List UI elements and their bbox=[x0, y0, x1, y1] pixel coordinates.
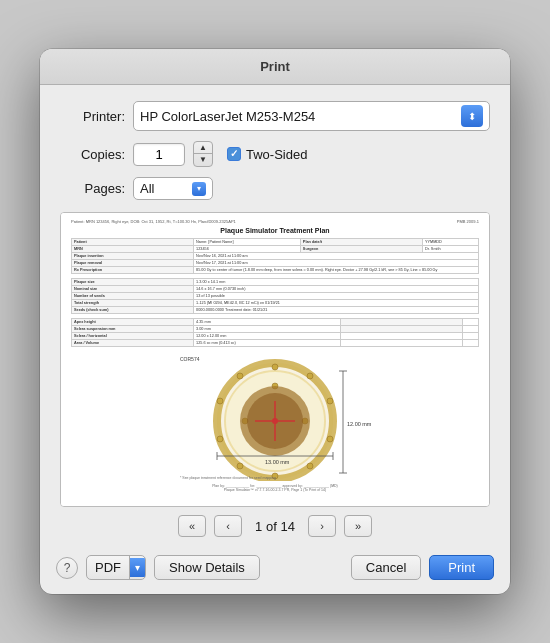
copies-input[interactable] bbox=[133, 143, 185, 166]
doc-page-right: PMB 2009-1 bbox=[457, 219, 479, 224]
table-value: 125.6 cc mm (0.413 cc) bbox=[194, 340, 340, 347]
dialog-title: Print bbox=[260, 59, 290, 74]
copies-row: Copies: ▲ ▼ Two-Sided bbox=[60, 141, 490, 167]
table-label: Sclera / horizontal bbox=[72, 333, 194, 340]
pdf-label: PDF bbox=[87, 556, 130, 579]
prev-page-button[interactable]: ‹ bbox=[214, 515, 242, 537]
table-label bbox=[340, 319, 462, 326]
svg-point-11 bbox=[237, 463, 243, 469]
doc-title: Plaque Simulator Treatment Plan bbox=[71, 227, 479, 234]
copies-stepper[interactable]: ▲ ▼ bbox=[193, 141, 213, 167]
page-display: 1 of 14 bbox=[250, 519, 300, 534]
table-value: Dr. Smith bbox=[422, 246, 478, 253]
table-value bbox=[462, 319, 478, 326]
pages-arrow-icon: ▾ bbox=[197, 184, 201, 193]
pdf-dropdown-button[interactable]: ▾ bbox=[130, 558, 145, 577]
table-value: 4.35 mm bbox=[194, 319, 340, 326]
copies-up-button[interactable]: ▲ bbox=[194, 142, 212, 154]
svg-point-7 bbox=[327, 398, 333, 404]
first-page-button[interactable]: « bbox=[178, 515, 206, 537]
print-dialog: Print Printer: HP ColorLaserJet M253-M25… bbox=[40, 49, 510, 594]
form-area: Printer: HP ColorLaserJet M253-M254 ⬍ Co… bbox=[40, 85, 510, 212]
table-label: Plaque insertion bbox=[72, 253, 194, 260]
table-value: 1-125 (MI 0294, ME42.0, BC 12 mCi) on 01… bbox=[194, 300, 479, 307]
table-label: Plaque size bbox=[72, 279, 194, 286]
doc-measurements-table: Apex height 4.35 mm Sclera suspension mm… bbox=[71, 318, 479, 347]
table-label bbox=[340, 326, 462, 333]
document-preview: Patient: MRN 123456, Right eye, DOB: Oct… bbox=[61, 213, 489, 506]
pdf-group: PDF ▾ bbox=[86, 555, 146, 580]
table-value: Name: [Patient Name] bbox=[194, 239, 301, 246]
print-button[interactable]: Print bbox=[429, 555, 494, 580]
pages-row: Pages: All ▾ bbox=[60, 177, 490, 200]
table-value: 14.6 x 16.7 mm (0.0730 inch) bbox=[194, 286, 479, 293]
show-details-button[interactable]: Show Details bbox=[154, 555, 260, 580]
doc-dimensions-table: Plaque size 1.3.00 x 14.1 mm Nominal siz… bbox=[71, 278, 479, 314]
table-value: 1.3.00 x 14.1 mm bbox=[194, 279, 479, 286]
svg-point-9 bbox=[307, 463, 313, 469]
bottom-bar: ? PDF ▾ Show Details Cancel Print bbox=[40, 545, 510, 594]
table-value bbox=[340, 340, 462, 347]
table-value: 13 of 13 possible bbox=[194, 293, 479, 300]
svg-text:12.00 mm: 12.00 mm bbox=[347, 421, 372, 427]
svg-text:13.00 mm: 13.00 mm bbox=[265, 459, 290, 465]
svg-text:* See plaque treatment referen: * See plaque treatment reference documen… bbox=[180, 476, 276, 480]
doc-data-table: Patient Name: [Patient Name] Plan date/t… bbox=[71, 238, 479, 274]
pages-value: All bbox=[140, 181, 192, 196]
table-value: 12.00 x 12.00 mm bbox=[194, 333, 340, 340]
svg-point-8 bbox=[327, 436, 333, 442]
pdf-arrow-icon: ▾ bbox=[135, 562, 140, 573]
table-label: Plaque removal bbox=[72, 260, 194, 267]
diagram-svg: COR574 bbox=[175, 351, 375, 481]
two-sided-checkbox[interactable] bbox=[227, 147, 241, 161]
printer-value: HP ColorLaserJet M253-M254 bbox=[140, 109, 461, 124]
doc-header: Patient: MRN 123456, Right eye, DOB: Oct… bbox=[71, 219, 479, 224]
doc-header-text: Patient: MRN 123456, Right eye, DOB: Oct… bbox=[71, 219, 236, 224]
svg-point-13 bbox=[217, 398, 223, 404]
doc-footer: Plan by: ____________ for: _____________… bbox=[71, 484, 479, 492]
pages-label: Pages: bbox=[60, 181, 125, 196]
print-preview: Patient: MRN 123456, Right eye, DOB: Oct… bbox=[60, 212, 490, 507]
title-bar: Print bbox=[40, 49, 510, 85]
printer-dropdown-arrow[interactable]: ⬍ bbox=[461, 105, 483, 127]
table-label: Area / Volume bbox=[72, 340, 194, 347]
table-value bbox=[340, 333, 462, 340]
table-label: Sclera suspension mm bbox=[72, 326, 194, 333]
table-value: 3.00 mm bbox=[194, 326, 340, 333]
table-label: Total strength bbox=[72, 300, 194, 307]
table-value bbox=[462, 326, 478, 333]
table-value: YYMMDD bbox=[422, 239, 478, 246]
table-value: 0000-0000-0000 Treatment date: 01/21/21 bbox=[194, 307, 479, 314]
table-label: Apex height bbox=[72, 319, 194, 326]
table-label: Seeds (check sum) bbox=[72, 307, 194, 314]
table-label: Patient bbox=[72, 239, 194, 246]
table-label: MRN bbox=[72, 246, 194, 253]
arrow-icon: ⬍ bbox=[468, 111, 476, 122]
footer-software: Plaque Simulator™ v7.7.7.16-00-2.3.7 PR,… bbox=[224, 488, 326, 492]
last-page-button[interactable]: » bbox=[344, 515, 372, 537]
help-button[interactable]: ? bbox=[56, 557, 78, 579]
svg-point-5 bbox=[272, 364, 278, 370]
next-page-button[interactable]: › bbox=[308, 515, 336, 537]
svg-text:COR574: COR574 bbox=[180, 356, 200, 362]
page-navigation: « ‹ 1 of 14 › » bbox=[40, 507, 510, 545]
table-label: Rx Prescription bbox=[72, 267, 194, 274]
table-value: Nov/Nov 17, 2021 at 11:00 am bbox=[194, 260, 479, 267]
table-value: 85.00 Gy to center of tumor (1.8.00 mm d… bbox=[194, 267, 479, 274]
pages-select[interactable]: All ▾ bbox=[133, 177, 213, 200]
pages-dropdown-arrow[interactable]: ▾ bbox=[192, 182, 206, 196]
svg-point-12 bbox=[217, 436, 223, 442]
table-value: 123456 bbox=[194, 246, 301, 253]
table-label: Nominal size bbox=[72, 286, 194, 293]
printer-row: Printer: HP ColorLaserJet M253-M254 ⬍ bbox=[60, 101, 490, 131]
table-value bbox=[462, 333, 478, 340]
table-label: Number of seeds bbox=[72, 293, 194, 300]
svg-point-14 bbox=[237, 373, 243, 379]
printer-select[interactable]: HP ColorLaserJet M253-M254 ⬍ bbox=[133, 101, 490, 131]
copies-label: Copies: bbox=[60, 147, 125, 162]
printer-label: Printer: bbox=[60, 109, 125, 124]
copies-down-button[interactable]: ▼ bbox=[194, 154, 212, 166]
table-label: Plan date/t bbox=[300, 239, 422, 246]
table-value: Nov/Nov 16, 2021 at 11:00 am bbox=[194, 253, 479, 260]
cancel-button[interactable]: Cancel bbox=[351, 555, 421, 580]
